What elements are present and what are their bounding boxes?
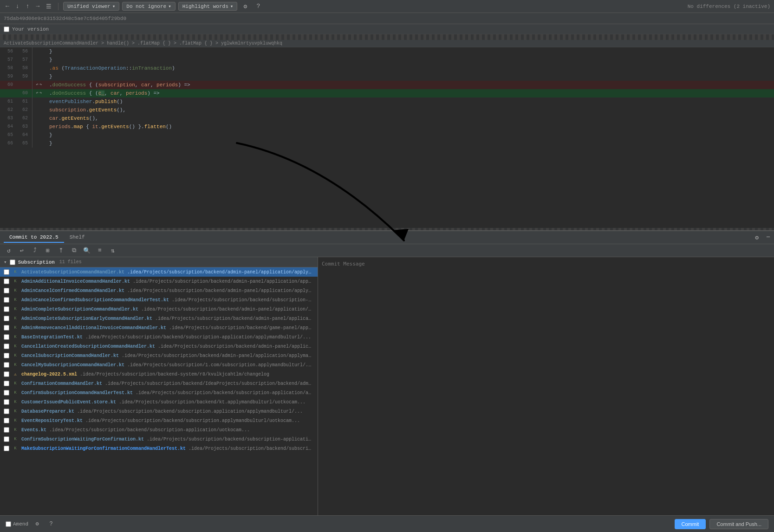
file-checkbox-17[interactable] (4, 427, 9, 433)
revert-icon[interactable]: ↶ (36, 81, 39, 89)
file-checkbox-1[interactable] (4, 279, 9, 284)
upload-icon[interactable]: ⤒ (56, 246, 66, 256)
file-checkbox-15[interactable] (4, 409, 9, 414)
code-line-60-removed: 60 ↶ ↷ .doOnSuccess { (subscription, car… (0, 81, 774, 89)
your-version-label: Your version (12, 26, 49, 32)
nav-up-btn[interactable]: ↑ (24, 2, 32, 11)
file-item-3[interactable]: K AdminCancelConfirmedSubscriptionComman… (0, 295, 318, 305)
top-toolbar: ← ↓ ↑ → ☰ Unified viewer ▾ Do not ignore… (0, 0, 774, 13)
sort-icon[interactable]: ⇅ (108, 246, 118, 256)
file-group-header[interactable]: ▾ Subscription 11 files (0, 257, 318, 267)
file-item-13[interactable]: K ConfirmSubscriptionCommandHandlerTest.… (0, 388, 318, 397)
file-item-7[interactable]: K BaseIntegrationTest.kt .idea/Projects/… (0, 332, 318, 342)
your-version-checkbox[interactable] (4, 26, 9, 32)
undo-icon[interactable]: ↩ (17, 246, 27, 256)
tab-commit[interactable]: Commit to 2022.5 (4, 233, 64, 243)
file-item-16[interactable]: K EventRepositoryTest.kt .idea/Projects/… (0, 416, 318, 425)
file-item-6[interactable]: K AdminRemovecancellAdditionalInvoiceCom… (0, 323, 318, 332)
amend-settings-icon[interactable]: ⚙ (32, 519, 42, 529)
group-name: Subscription (18, 260, 55, 265)
breadcrumb: ActivateSubscriptionCommandHandler > han… (0, 40, 774, 47)
file-checkbox-13[interactable] (4, 390, 9, 396)
file-item-12[interactable]: K ConfirmationCommandHandler.kt .idea/Pr… (0, 379, 318, 388)
file-checkbox-18[interactable] (4, 436, 9, 442)
file-item-14[interactable]: K CustomerIssuedPublicEvent.store.kt .id… (0, 397, 318, 407)
file-item-5[interactable]: K AdminCompleteSubscriptionEarlyCommandH… (0, 314, 318, 323)
bottom-panel-tabs-row: Commit to 2022.5 Shelf ⚙ − (0, 231, 774, 244)
group-checkbox[interactable] (10, 260, 15, 265)
file-item-15[interactable]: K DatabasePreparer.kt .idea/Projects/sub… (0, 407, 318, 416)
search-icon[interactable]: 🔍 (82, 246, 92, 256)
file-item-9[interactable]: K CancelSubscriptionCommandHandler.kt .i… (0, 351, 318, 360)
amend-help-icon[interactable]: ? (46, 519, 56, 529)
file-checkbox-19[interactable] (4, 446, 9, 451)
your-version-bar: Your version (0, 24, 774, 34)
help-icon[interactable]: ? (253, 1, 263, 12)
code-line-56: 56 56 } (0, 47, 774, 56)
code-line-57: 57 57 } (0, 56, 774, 64)
file-checkbox-9[interactable] (4, 353, 9, 358)
commit-message-panel (318, 257, 774, 515)
settings-icon[interactable]: ⚙ (240, 1, 250, 12)
bottom-panel: Commit to 2022.5 Shelf ⚙ − ↺ ↩ ⤴ ⊞ ⤒ ⧉ 🔍… (0, 230, 774, 532)
file-checkbox-8[interactable] (4, 344, 9, 349)
highlight-mode-dropdown[interactable]: Highlight words ▾ (178, 2, 238, 11)
commit-button[interactable]: Commit (675, 519, 706, 529)
revert-icon-2[interactable]: ↶ (36, 89, 39, 97)
amend-checkbox[interactable] (6, 521, 11, 527)
file-checkbox-7[interactable] (4, 334, 9, 340)
move-icon[interactable]: ⤴ (30, 246, 40, 256)
file-checkbox-16[interactable] (4, 418, 9, 423)
ignore-mode-dropdown[interactable]: Do not ignore ▾ (122, 2, 175, 11)
file-item-10[interactable]: K CancelMySubscriptionCommandHandler.kt … (0, 360, 318, 370)
commit-hash-bar: 75dab49d06e9c831532d48c5ae7c59d405f29bd0 (0, 13, 774, 24)
commit-message-textarea[interactable] (318, 257, 774, 515)
refresh-icon[interactable]: ↺ (4, 246, 14, 256)
file-checkbox-4[interactable] (4, 306, 9, 312)
file-item-2[interactable]: K AdminCancelConfirmedCommandHandler.kt … (0, 286, 318, 295)
new-changelist-icon[interactable]: ⊞ (43, 246, 53, 256)
file-item-1[interactable]: K AdminAdditionalInvoiceCommandHandler.k… (0, 277, 318, 286)
code-line-65: 65 64 } (0, 131, 774, 139)
bottom-panel-toolbar: ↺ ↩ ⤴ ⊞ ⤒ ⧉ 🔍 ≡ ⇅ (0, 244, 774, 257)
viewer-mode-dropdown[interactable]: Unified viewer ▾ (63, 2, 119, 11)
file-path-0: .idea/Projects/subscription/backend/admi… (127, 270, 314, 275)
file-item-0[interactable]: K ActivateSubscriptionCommandHandler.kt … (0, 267, 318, 277)
file-checkbox-2[interactable] (4, 288, 9, 293)
code-line-64: 64 63 periods.map { it.getEvents() }.fla… (0, 123, 774, 131)
menu-btn[interactable]: ☰ (44, 2, 53, 11)
file-checkbox-6[interactable] (4, 325, 9, 331)
apply-icon[interactable]: ↷ (39, 81, 42, 89)
file-checkbox-5[interactable] (4, 316, 9, 321)
file-item-11[interactable]: ⚠ changelog-2022.5.xml .idea/Projects/su… (0, 370, 318, 379)
panel-settings-icon[interactable]: ⚙ (755, 234, 759, 241)
file-checkbox-11[interactable] (4, 371, 9, 377)
file-item-19[interactable]: K MakeSubscriptionWaitingForConfirmation… (0, 444, 318, 453)
file-item-4[interactable]: K AdminCompleteSubscriptionCommandHandle… (0, 305, 318, 314)
amend-checkbox-container[interactable]: Amend (6, 521, 28, 527)
nav-down-btn[interactable]: ↓ (14, 2, 21, 11)
file-checkbox-12[interactable] (4, 381, 9, 386)
file-list-panel: ▾ Subscription 11 files K ActivateSubscr… (0, 257, 318, 515)
file-item-18[interactable]: K ConfirmSubscriptionWaitingForConfirmat… (0, 435, 318, 444)
file-item-17[interactable]: K Events.kt .idea/Projects/subscription/… (0, 425, 318, 435)
list-icon[interactable]: ≡ (95, 246, 105, 256)
nav-forward-btn[interactable]: → (34, 2, 41, 11)
file-item-8[interactable]: K CancellationCreatedSubscriptionCommand… (0, 342, 318, 351)
tab-shelf[interactable]: Shelf (64, 233, 91, 243)
group-count: 11 files (59, 260, 82, 265)
file-checkbox-3[interactable] (4, 297, 9, 303)
commit-hash: 75dab49d06e9c831532d48c5ae7c59d405f29bd0 (4, 16, 126, 21)
diff-icon[interactable]: ⧉ (69, 246, 79, 256)
nav-back-btn[interactable]: ← (4, 2, 11, 11)
bottom-panel-content: ▾ Subscription 11 files K ActivateSubscr… (0, 257, 774, 515)
code-line-62: 62 62 subscription.getEvents(), (0, 106, 774, 114)
file-checkbox-0[interactable] (4, 269, 9, 275)
file-checkbox-14[interactable] (4, 399, 9, 405)
file-icon-0: K (12, 269, 19, 275)
commit-and-push-button[interactable]: Commit and Push... (709, 519, 768, 529)
file-checkbox-10[interactable] (4, 362, 9, 368)
code-line-63: 63 62 car.getEvents(), (0, 114, 774, 123)
panel-minimize-icon[interactable]: − (766, 234, 770, 241)
apply-icon-2[interactable]: ↷ (39, 89, 42, 97)
